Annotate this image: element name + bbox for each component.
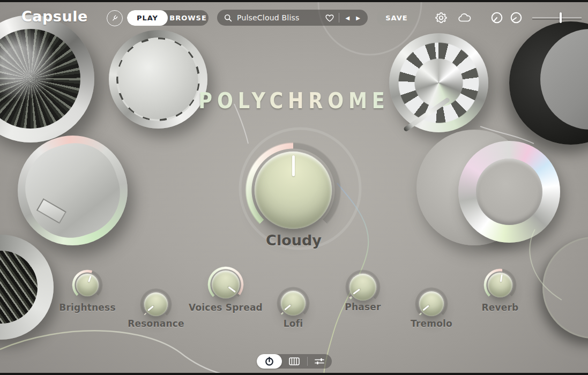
- save-button[interactable]: SAVE: [377, 10, 416, 26]
- prev-preset-button[interactable]: ◀: [346, 15, 350, 21]
- tuning-fork-icon: [110, 14, 119, 22]
- tuning-fork-button[interactable]: [107, 10, 123, 26]
- cloud-sync-button[interactable]: [457, 11, 472, 25]
- preset-pack-title: POLYCHROME: [35, 87, 553, 113]
- tab-play[interactable]: PLAY: [127, 10, 168, 26]
- knob-view-icon-1: [490, 11, 503, 24]
- preset-name: PulseCloud Bliss: [237, 13, 325, 22]
- settings-button[interactable]: [434, 11, 448, 25]
- decor-knob-star: [389, 33, 488, 132]
- divider: [307, 357, 308, 366]
- knob-pointer: [344, 268, 382, 306]
- decor-knob-top-right: [509, 21, 588, 145]
- keyboard-icon: [289, 357, 300, 365]
- knob-label-phaser: Phaser: [345, 302, 381, 312]
- search-icon: [224, 14, 232, 22]
- knob-label-lofi: Lofi: [284, 318, 303, 329]
- volume-slider[interactable]: [532, 12, 582, 23]
- macro-knob-cloudy[interactable]: [245, 142, 341, 238]
- plugin-window: Capsule PLAY BROWSE PulseCloud Bliss: [0, 0, 588, 375]
- faders-icon: [315, 357, 324, 365]
- decor-knob-left-middle: [18, 136, 128, 245]
- view-switcher: [257, 354, 332, 369]
- next-preset-button[interactable]: ▶: [356, 15, 360, 21]
- knob-icon: [265, 357, 274, 366]
- preset-browser-field[interactable]: PulseCloud Bliss ◀ ▶: [217, 10, 368, 26]
- knob-view-button-1[interactable]: [490, 11, 503, 24]
- decor-knob-right-middle: [458, 141, 560, 243]
- mode-switcher: PLAY BROWSE: [127, 10, 209, 26]
- knob-reverb[interactable]: [483, 268, 517, 302]
- window-bottom-edge: [0, 373, 588, 375]
- knob-tremolo[interactable]: [415, 287, 448, 320]
- preset-nav: ◀ ▶: [346, 15, 360, 21]
- cloud-icon: [458, 12, 472, 24]
- macro-knob-pointer: [255, 152, 332, 229]
- decor-knob-top-left: [0, 15, 94, 142]
- volume-slider-track[interactable]: [532, 17, 582, 18]
- macro-knob-label: Cloudy: [266, 232, 322, 249]
- heart-icon[interactable]: [325, 13, 334, 22]
- knob-voices-spread[interactable]: [207, 266, 244, 303]
- window-top-edge: [0, 0, 588, 2]
- knob-view-button-2[interactable]: [510, 11, 523, 24]
- app-logo: Capsule: [21, 8, 88, 25]
- decor-knob-bottom-left: [0, 235, 54, 340]
- knob-label-tremolo: Tremolo: [411, 318, 452, 329]
- divider: [339, 13, 339, 22]
- tab-keyboard[interactable]: [282, 354, 307, 369]
- gear-icon: [435, 11, 448, 24]
- top-toolbar: Capsule PLAY BROWSE PulseCloud Bliss: [0, 0, 588, 32]
- tab-perform[interactable]: [257, 354, 282, 369]
- tab-browse[interactable]: BROWSE: [168, 10, 209, 26]
- knob-resonance[interactable]: [140, 288, 172, 320]
- knob-label-brightness: Brightness: [59, 302, 115, 313]
- decor-knob-bottom-right: [542, 237, 588, 339]
- knob-brightness[interactable]: [72, 269, 103, 301]
- knob-view-icon-2: [510, 11, 523, 24]
- tab-controls[interactable]: [307, 354, 332, 369]
- volume-slider-handle[interactable]: [560, 12, 562, 23]
- decor-knob-top-center-left: [109, 30, 207, 129]
- knob-lofi[interactable]: [277, 287, 310, 320]
- knob-phaser[interactable]: [345, 269, 381, 305]
- knob-pointer: [206, 265, 245, 304]
- knob-label-reverb: Reverb: [482, 302, 519, 313]
- knob-label-resonance: Resonance: [128, 318, 184, 329]
- knob-label-voices-spread: Voices Spread: [189, 302, 263, 313]
